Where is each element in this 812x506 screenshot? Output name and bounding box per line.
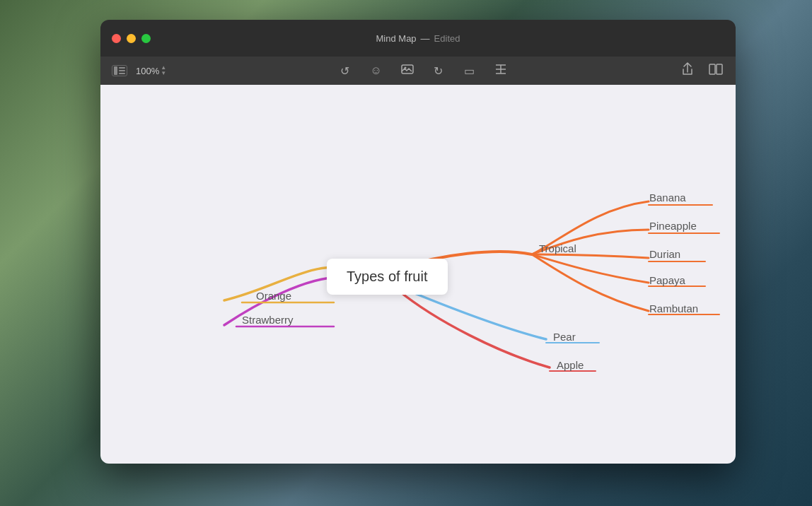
layout-icon[interactable]: [492, 64, 509, 77]
maximize-button[interactable]: [141, 34, 151, 43]
toolbar: 100% ▲ ▼ ↺ ☺ ↻ ▭: [100, 57, 736, 85]
svg-text:Apple: Apple: [557, 359, 584, 371]
title-area: Mind Map — Edited: [376, 33, 460, 44]
svg-text:Rambutan: Rambutan: [649, 302, 698, 314]
emoji-icon[interactable]: ☺: [368, 64, 385, 77]
svg-text:Pineapple: Pineapple: [649, 220, 697, 232]
svg-text:Orange: Orange: [256, 290, 291, 302]
app-window: Mind Map — Edited 100% ▲ ▼: [100, 20, 736, 464]
center-node-label: Types of fruit: [347, 269, 428, 284]
window-title: Mind Map: [376, 33, 417, 44]
svg-text:Pear: Pear: [553, 331, 576, 343]
svg-text:Strawberry: Strawberry: [242, 314, 294, 326]
sidebar-toggle-button[interactable]: [112, 65, 127, 76]
inspector-icon[interactable]: [707, 64, 724, 78]
traffic-lights: [112, 34, 151, 43]
titlebar: Mind Map — Edited: [100, 20, 736, 57]
title-separator: —: [421, 33, 430, 44]
svg-rect-11: [717, 64, 722, 74]
share-icon[interactable]: [679, 62, 696, 79]
undo-icon[interactable]: ↺: [337, 64, 354, 78]
toolbar-left: 100% ▲ ▼: [112, 65, 166, 76]
toolbar-center: ↺ ☺ ↻ ▭: [172, 64, 673, 78]
svg-rect-0: [114, 66, 117, 75]
svg-rect-2: [119, 70, 125, 71]
svg-text:Tropical: Tropical: [539, 242, 576, 254]
close-button[interactable]: [112, 34, 121, 43]
svg-rect-10: [709, 64, 715, 74]
canvas-area[interactable]: Orange Strawberry Tropical Banana Pineap…: [100, 85, 736, 464]
minimize-button[interactable]: [127, 34, 136, 43]
toolbar-right: [679, 62, 724, 79]
svg-text:Banana: Banana: [649, 192, 686, 204]
window-status: Edited: [434, 33, 460, 44]
zoom-down-icon[interactable]: ▼: [161, 71, 166, 76]
redo-icon[interactable]: ↻: [430, 64, 447, 78]
zoom-stepper[interactable]: ▲ ▼: [161, 65, 166, 76]
zoom-control[interactable]: 100% ▲ ▼: [136, 65, 166, 76]
svg-text:Durian: Durian: [649, 248, 680, 260]
center-node[interactable]: Types of fruit: [327, 259, 448, 295]
svg-rect-3: [119, 73, 125, 74]
svg-rect-1: [119, 67, 125, 69]
svg-text:Papaya: Papaya: [649, 274, 686, 286]
zoom-value: 100%: [136, 66, 159, 76]
shape-icon[interactable]: ▭: [461, 64, 478, 78]
image-icon[interactable]: [399, 64, 416, 77]
